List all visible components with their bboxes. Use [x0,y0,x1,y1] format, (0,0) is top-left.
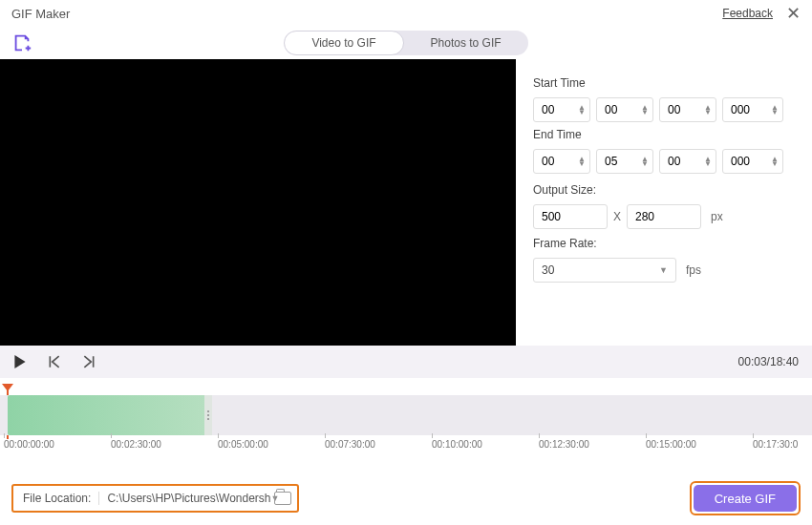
fps-unit: fps [686,263,701,277]
timeline-clip[interactable] [8,395,212,435]
tick-label: 00:00:00:00 [4,439,54,450]
window-title: GIF Maker [11,7,70,21]
chevron-down-icon: ▼ [659,265,668,275]
browse-folder-icon[interactable] [274,492,291,505]
end-hours[interactable]: ▲▼ [533,149,590,174]
px-unit: px [711,210,723,223]
tick-label: 00:05:00:00 [218,439,268,450]
start-time-label: Start Time [533,76,795,90]
end-time-label: End Time [533,128,795,141]
timeline-track[interactable] [0,395,812,435]
playback-time: 00:03/18:40 [738,355,799,368]
prev-frame-icon[interactable] [48,355,61,368]
start-seconds[interactable]: ▲▼ [659,97,716,122]
file-location-select[interactable]: C:\Users\HP\Pictures\Wondersh▼ [98,492,261,505]
tick-label: 00:02:30:00 [111,439,161,450]
output-width[interactable] [533,204,608,229]
tick-label: 00:12:30:00 [539,439,589,450]
timeline-ruler: 00:00:00:0000:02:30:0000:05:00:0000:07:3… [0,439,812,464]
tick-label: 00:10:00:00 [432,439,482,450]
end-minutes[interactable]: ▲▼ [596,149,653,174]
tab-video-to-gif[interactable]: Video to GIF [284,31,403,55]
next-frame-icon[interactable] [82,355,96,368]
add-media-icon[interactable] [11,32,32,53]
mode-toggle: Video to GIF Photos to GIF [284,31,527,55]
tick-label: 00:17:30:0 [753,439,798,450]
tab-photos-to-gif[interactable]: Photos to GIF [404,31,528,55]
file-location-label: File Location: [23,492,91,505]
tick-label: 00:07:30:00 [325,439,375,450]
start-ms[interactable]: ▲▼ [722,97,783,122]
feedback-link[interactable]: Feedback [722,7,773,20]
create-gif-wrap: Create GIF [690,481,801,515]
start-hours[interactable]: ▲▼ [533,97,590,122]
end-ms[interactable]: ▲▼ [722,149,783,174]
frame-rate-label: Frame Rate: [533,237,795,250]
start-minutes[interactable]: ▲▼ [596,97,653,122]
file-location-box: File Location: C:\Users\HP\Pictures\Wond… [11,484,299,513]
create-gif-button[interactable]: Create GIF [694,485,797,512]
output-size-label: Output Size: [533,183,795,197]
x-separator: X [613,210,621,223]
end-seconds[interactable]: ▲▼ [659,149,716,174]
play-icon[interactable] [13,355,27,368]
frame-rate-select[interactable]: 30▼ [533,258,676,283]
close-icon[interactable]: ✕ [786,5,801,22]
video-preview [0,59,516,346]
output-height[interactable] [627,204,701,229]
tick-label: 00:15:00:00 [646,439,696,450]
clip-handle[interactable] [204,395,212,435]
